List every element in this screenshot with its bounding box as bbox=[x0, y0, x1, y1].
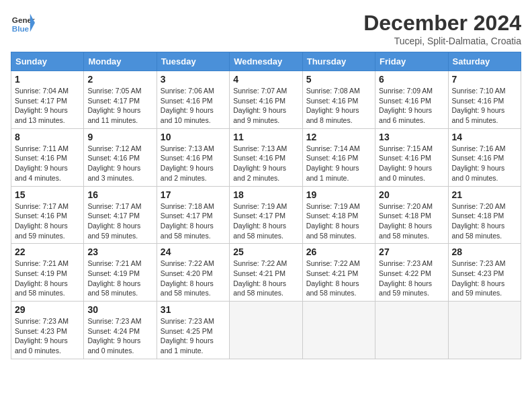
calendar-cell: 29 Sunrise: 7:23 AM Sunset: 4:23 PM Dayl… bbox=[11, 302, 84, 359]
calendar-cell: 3 Sunrise: 7:06 AM Sunset: 4:16 PM Dayli… bbox=[157, 71, 229, 129]
day-info: Sunrise: 7:17 AM Sunset: 4:17 PM Dayligh… bbox=[87, 201, 152, 241]
day-info: Sunrise: 7:14 AM Sunset: 4:16 PM Dayligh… bbox=[306, 144, 371, 183]
day-info: Sunrise: 7:23 AM Sunset: 4:23 PM Dayligh… bbox=[452, 259, 517, 298]
calendar-cell: 14 Sunrise: 7:16 AM Sunset: 4:16 PM Dayl… bbox=[448, 128, 521, 186]
calendar-cell bbox=[230, 302, 302, 359]
calendar-cell: 4 Sunrise: 7:07 AM Sunset: 4:16 PM Dayli… bbox=[230, 71, 302, 129]
location: Tucepi, Split-Dalmatia, Croatia bbox=[363, 36, 521, 46]
day-info: Sunrise: 7:20 AM Sunset: 4:18 PM Dayligh… bbox=[452, 201, 517, 241]
day-info: Sunrise: 7:16 AM Sunset: 4:16 PM Dayligh… bbox=[452, 144, 517, 183]
month-title: December 2024 bbox=[363, 11, 521, 36]
day-number: 15 bbox=[15, 189, 80, 200]
day-info: Sunrise: 7:19 AM Sunset: 4:18 PM Dayligh… bbox=[306, 201, 371, 241]
day-info: Sunrise: 7:09 AM Sunset: 4:16 PM Dayligh… bbox=[379, 86, 444, 126]
day-info: Sunrise: 7:06 AM Sunset: 4:16 PM Dayligh… bbox=[161, 86, 226, 126]
calendar-cell: 26 Sunrise: 7:22 AM Sunset: 4:21 PM Dayl… bbox=[302, 244, 375, 302]
calendar-week-row: 22 Sunrise: 7:21 AM Sunset: 4:19 PM Dayl… bbox=[11, 244, 521, 302]
day-info: Sunrise: 7:21 AM Sunset: 4:19 PM Dayligh… bbox=[87, 259, 152, 298]
calendar-cell: 21 Sunrise: 7:20 AM Sunset: 4:18 PM Dayl… bbox=[448, 186, 521, 244]
day-info: Sunrise: 7:22 AM Sunset: 4:21 PM Dayligh… bbox=[306, 259, 371, 298]
day-number: 12 bbox=[306, 132, 371, 142]
weekday-header-monday: Monday bbox=[84, 52, 157, 71]
calendar-cell: 19 Sunrise: 7:19 AM Sunset: 4:18 PM Dayl… bbox=[302, 186, 375, 244]
day-number: 11 bbox=[233, 132, 298, 142]
day-info: Sunrise: 7:23 AM Sunset: 4:23 PM Dayligh… bbox=[15, 316, 80, 356]
logo: General Blue bbox=[11, 11, 35, 35]
day-number: 5 bbox=[306, 74, 371, 85]
day-number: 18 bbox=[233, 189, 298, 200]
day-info: Sunrise: 7:04 AM Sunset: 4:17 PM Dayligh… bbox=[15, 86, 80, 126]
day-number: 17 bbox=[161, 189, 226, 200]
day-info: Sunrise: 7:07 AM Sunset: 4:16 PM Dayligh… bbox=[233, 86, 298, 126]
title-block: December 2024 Tucepi, Split-Dalmatia, Cr… bbox=[363, 11, 521, 46]
weekday-header-wednesday: Wednesday bbox=[230, 52, 302, 71]
day-number: 23 bbox=[87, 246, 152, 257]
calendar-cell: 2 Sunrise: 7:05 AM Sunset: 4:17 PM Dayli… bbox=[84, 71, 157, 129]
calendar-cell: 11 Sunrise: 7:13 AM Sunset: 4:16 PM Dayl… bbox=[230, 128, 302, 186]
calendar-week-row: 1 Sunrise: 7:04 AM Sunset: 4:17 PM Dayli… bbox=[11, 71, 521, 129]
logo-icon: General Blue bbox=[11, 11, 35, 35]
day-info: Sunrise: 7:23 AM Sunset: 4:24 PM Dayligh… bbox=[87, 316, 152, 356]
calendar-table: SundayMondayTuesdayWednesdayThursdayFrid… bbox=[11, 52, 521, 359]
day-number: 27 bbox=[379, 246, 444, 257]
calendar-week-row: 29 Sunrise: 7:23 AM Sunset: 4:23 PM Dayl… bbox=[11, 302, 521, 359]
calendar-cell: 13 Sunrise: 7:15 AM Sunset: 4:16 PM Dayl… bbox=[375, 128, 448, 186]
day-info: Sunrise: 7:17 AM Sunset: 4:16 PM Dayligh… bbox=[15, 201, 80, 241]
calendar-cell: 25 Sunrise: 7:22 AM Sunset: 4:21 PM Dayl… bbox=[230, 244, 302, 302]
day-number: 7 bbox=[452, 74, 517, 85]
day-info: Sunrise: 7:11 AM Sunset: 4:16 PM Dayligh… bbox=[15, 144, 80, 183]
calendar-cell: 18 Sunrise: 7:19 AM Sunset: 4:17 PM Dayl… bbox=[230, 186, 302, 244]
calendar-cell bbox=[448, 302, 521, 359]
day-info: Sunrise: 7:22 AM Sunset: 4:21 PM Dayligh… bbox=[233, 259, 298, 298]
day-number: 6 bbox=[379, 74, 444, 85]
day-number: 19 bbox=[306, 189, 371, 200]
calendar-cell: 6 Sunrise: 7:09 AM Sunset: 4:16 PM Dayli… bbox=[375, 71, 448, 129]
weekday-header-sunday: Sunday bbox=[11, 52, 84, 71]
day-number: 25 bbox=[233, 246, 298, 257]
calendar-week-row: 8 Sunrise: 7:11 AM Sunset: 4:16 PM Dayli… bbox=[11, 128, 521, 186]
day-info: Sunrise: 7:13 AM Sunset: 4:16 PM Dayligh… bbox=[233, 144, 298, 183]
calendar-cell bbox=[302, 302, 375, 359]
weekday-header-thursday: Thursday bbox=[302, 52, 375, 71]
calendar-cell: 28 Sunrise: 7:23 AM Sunset: 4:23 PM Dayl… bbox=[448, 244, 521, 302]
day-number: 3 bbox=[161, 74, 226, 85]
calendar-cell: 17 Sunrise: 7:18 AM Sunset: 4:17 PM Dayl… bbox=[157, 186, 229, 244]
weekday-header-tuesday: Tuesday bbox=[157, 52, 229, 71]
weekday-header-friday: Friday bbox=[375, 52, 448, 71]
day-info: Sunrise: 7:10 AM Sunset: 4:16 PM Dayligh… bbox=[452, 86, 517, 126]
day-info: Sunrise: 7:23 AM Sunset: 4:22 PM Dayligh… bbox=[379, 259, 444, 298]
day-number: 31 bbox=[161, 304, 226, 315]
calendar-cell bbox=[375, 302, 448, 359]
calendar-cell: 20 Sunrise: 7:20 AM Sunset: 4:18 PM Dayl… bbox=[375, 186, 448, 244]
calendar-cell: 15 Sunrise: 7:17 AM Sunset: 4:16 PM Dayl… bbox=[11, 186, 84, 244]
day-info: Sunrise: 7:12 AM Sunset: 4:16 PM Dayligh… bbox=[87, 144, 152, 183]
day-number: 14 bbox=[452, 132, 517, 142]
calendar-cell: 5 Sunrise: 7:08 AM Sunset: 4:16 PM Dayli… bbox=[302, 71, 375, 129]
day-number: 2 bbox=[87, 74, 152, 85]
day-info: Sunrise: 7:19 AM Sunset: 4:17 PM Dayligh… bbox=[233, 201, 298, 241]
calendar-cell: 9 Sunrise: 7:12 AM Sunset: 4:16 PM Dayli… bbox=[84, 128, 157, 186]
calendar-cell: 1 Sunrise: 7:04 AM Sunset: 4:17 PM Dayli… bbox=[11, 71, 84, 129]
day-number: 9 bbox=[87, 132, 152, 142]
day-info: Sunrise: 7:20 AM Sunset: 4:18 PM Dayligh… bbox=[379, 201, 444, 241]
calendar-week-row: 15 Sunrise: 7:17 AM Sunset: 4:16 PM Dayl… bbox=[11, 186, 521, 244]
calendar-cell: 8 Sunrise: 7:11 AM Sunset: 4:16 PM Dayli… bbox=[11, 128, 84, 186]
calendar-cell: 23 Sunrise: 7:21 AM Sunset: 4:19 PM Dayl… bbox=[84, 244, 157, 302]
day-info: Sunrise: 7:13 AM Sunset: 4:16 PM Dayligh… bbox=[161, 144, 226, 183]
calendar-cell: 16 Sunrise: 7:17 AM Sunset: 4:17 PM Dayl… bbox=[84, 186, 157, 244]
day-info: Sunrise: 7:22 AM Sunset: 4:20 PM Dayligh… bbox=[161, 259, 226, 298]
day-number: 10 bbox=[161, 132, 226, 142]
day-number: 28 bbox=[452, 246, 517, 257]
day-number: 13 bbox=[379, 132, 444, 142]
day-info: Sunrise: 7:15 AM Sunset: 4:16 PM Dayligh… bbox=[379, 144, 444, 183]
calendar-cell: 7 Sunrise: 7:10 AM Sunset: 4:16 PM Dayli… bbox=[448, 71, 521, 129]
day-info: Sunrise: 7:21 AM Sunset: 4:19 PM Dayligh… bbox=[15, 259, 80, 298]
day-number: 1 bbox=[15, 74, 80, 85]
calendar-cell: 12 Sunrise: 7:14 AM Sunset: 4:16 PM Dayl… bbox=[302, 128, 375, 186]
day-number: 16 bbox=[87, 189, 152, 200]
day-number: 24 bbox=[161, 246, 226, 257]
weekday-header-row: SundayMondayTuesdayWednesdayThursdayFrid… bbox=[11, 52, 521, 71]
day-number: 4 bbox=[233, 74, 298, 85]
day-info: Sunrise: 7:23 AM Sunset: 4:25 PM Dayligh… bbox=[161, 316, 226, 356]
calendar-cell: 27 Sunrise: 7:23 AM Sunset: 4:22 PM Dayl… bbox=[375, 244, 448, 302]
